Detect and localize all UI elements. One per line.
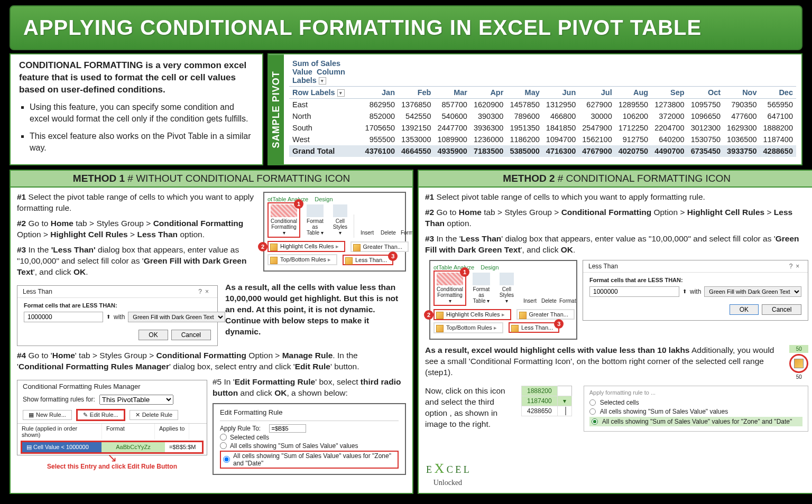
sample-cells: 1888200 1187400▾ 4288650 (521, 386, 572, 416)
sample-pivot-label: SAMPLE PIVOT (269, 54, 284, 164)
excel-unlocked-logo: E X C E L Unlocked (426, 461, 469, 488)
less-than-value-input[interactable] (24, 312, 103, 322)
intro-bullet-2: This excel feature also works on the Piv… (30, 130, 254, 154)
radio-all-sum[interactable] (220, 442, 227, 449)
conditional-formatting-button[interactable]: 1Conditional Formatting ▾ (433, 270, 466, 306)
dropdown-icon[interactable]: ▾ (337, 89, 345, 97)
edit-formatting-rule-dialog: Edit Formatting Rule Apply Rule To: Sele… (213, 403, 406, 475)
less-than-value-input[interactable] (589, 286, 679, 297)
method2-result-bold: As a result, excel would highlight cells… (425, 346, 689, 354)
less-than-item[interactable]: 3Less Than... (343, 255, 393, 265)
apply-formatting-rule-popup: Apply formatting rule to ... Selected ce… (584, 386, 809, 432)
less-than-label: Format cells that are LESS THAN: (24, 302, 211, 309)
fill-color-select[interactable]: Green Fill with Dark Green Text (704, 286, 801, 297)
fill-color-select[interactable]: Green Fill with Dark Green Text (128, 312, 225, 322)
page-title-banner: APPLYING CONDITIONAL FORMATTING IN EXCEL… (10, 5, 802, 50)
method-1-panel: METHOD 1 # WITHOUT CONDITIONAL FORMATTIN… (10, 170, 413, 494)
radio-selected-cells[interactable] (589, 399, 596, 406)
delete-rule-button[interactable]: ✕ Delete Rule (130, 410, 178, 420)
cancel-button[interactable]: Cancel (171, 330, 211, 340)
method2-step4: Now, click on this icon and select the t… (425, 386, 515, 430)
dropdown-icon[interactable]: ▾ (319, 77, 326, 85)
highlight-cells-rules-item[interactable]: 2Highlight Cells Rules ▸ (267, 241, 345, 252)
ok-button[interactable]: OK (139, 330, 168, 340)
method1-result-text: As a result, all the cells with value le… (225, 282, 406, 338)
rules-scope-select[interactable]: This PivotTable (99, 395, 173, 405)
less-than-dialog-m1: Less Than?× Format cells that are LESS T… (17, 285, 218, 346)
page-title: APPLYING CONDITIONAL FORMATTING IN EXCEL… (23, 16, 789, 40)
pivot-row-label: Row Labels (292, 88, 335, 97)
method-2-header: METHOD 2 # CONDITIONAL FORMATTING ICON (419, 171, 812, 188)
intro-panel: CONDITIONAL FORMATTING is a very common … (10, 53, 263, 165)
conditional-formatting-button[interactable]: 1Conditional Formatting ▾ (267, 202, 300, 238)
ok-button[interactable]: OK (730, 304, 759, 315)
red-callout: Select this Entry and click Edit Rule Bu… (17, 463, 207, 470)
pivot-table: Sum of Sales Value Column Labels ▾ Row L… (289, 58, 796, 157)
dialog-title: Less Than (23, 288, 52, 295)
conditional-formatting-icon[interactable] (565, 407, 566, 415)
intro-bullet-1: Using this feature, you can specify some… (30, 101, 254, 125)
ribbon-screenshot-m2: otTable Analyze Design 1Conditional Form… (429, 260, 577, 340)
cancel-button[interactable]: Cancel (762, 304, 801, 315)
cf-icon-circled (789, 354, 808, 373)
intro-lead: CONDITIONAL FORMATTING is a very common … (19, 60, 254, 96)
edit-rule-button[interactable]: ✎ Edit Rule... (76, 409, 125, 421)
radio-all-sum[interactable] (589, 408, 596, 415)
ribbon-screenshot-m1: otTable Analyze Design 1Conditional Form… (263, 192, 406, 272)
radio-all-sum-zone-date[interactable] (223, 456, 230, 463)
radio-all-sum-zone-date[interactable] (592, 418, 598, 425)
method-2-panel: METHOD 2 # CONDITIONAL FORMATTING ICON #… (418, 170, 812, 494)
radio-selected-cells[interactable] (220, 434, 227, 441)
rules-manager-title: Conditional Formatting Rules Manager (17, 380, 207, 393)
conditional-formatting-icon[interactable] (794, 359, 804, 368)
new-rule-button[interactable]: ▦ New Rule... (23, 410, 72, 420)
sample-pivot-panel: SAMPLE PIVOT Sum of Sales Value Column L… (267, 53, 802, 165)
less-than-dialog-m2: Less Than?× Format cells that are LESS T… (583, 260, 808, 321)
method-1-header: METHOD 1 # WITHOUT CONDITIONAL FORMATTIN… (11, 171, 412, 188)
rules-manager-dialog: Conditional Formatting Rules Manager Sho… (17, 380, 207, 455)
apply-rule-to-input[interactable] (269, 424, 306, 433)
